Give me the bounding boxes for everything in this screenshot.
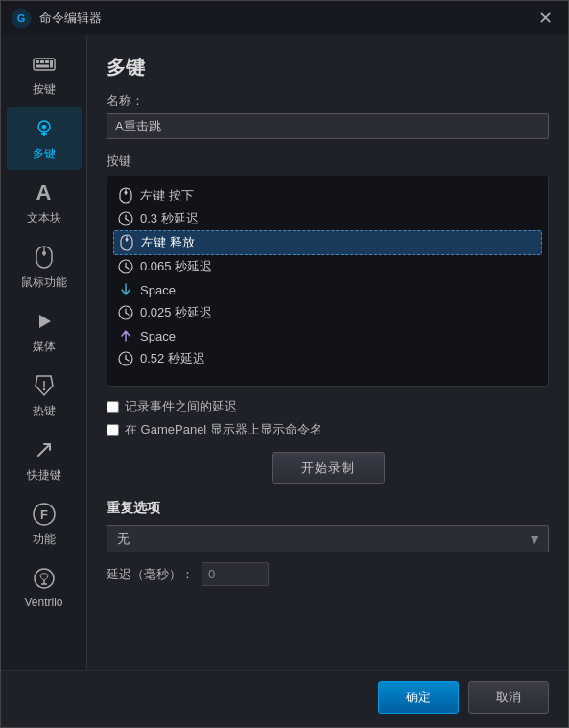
function-icon: F <box>29 501 59 528</box>
svg-point-14 <box>42 251 46 255</box>
svg-rect-4 <box>40 60 44 63</box>
content-area: 按键 多键 A 文本块 鼠标功能 <box>1 35 568 670</box>
panel-title: 多键 <box>107 55 549 81</box>
clock-icon <box>117 350 134 367</box>
keystroke-text: Space <box>140 283 176 297</box>
svg-point-18 <box>42 388 44 390</box>
footer: 确定 取消 <box>1 670 568 727</box>
keystroke-list: 左键 按下 0.3 秒延迟 左键 释放 <box>107 176 549 387</box>
keystroke-text: 0.065 秒延迟 <box>140 258 212 275</box>
keystrokes-label: 按键 <box>107 153 549 170</box>
keystroke-row[interactable]: 0.065 秒延迟 <box>113 255 542 278</box>
svg-line-29 <box>126 219 129 221</box>
delay-checkbox-label: 记录事件之间的延迟 <box>125 398 237 415</box>
sidebar-item-hotkey[interactable]: 热键 <box>7 364 82 427</box>
media-icon <box>29 308 59 335</box>
keystroke-row[interactable]: 0.52 秒延迟 <box>113 347 542 370</box>
svg-text:G: G <box>17 12 26 24</box>
svg-rect-5 <box>45 60 49 63</box>
keystroke-row[interactable]: 0.025 秒延迟 <box>113 301 542 324</box>
clock-icon <box>117 304 134 321</box>
arrow-up-icon <box>117 327 134 344</box>
keystroke-text: 0.3 秒延迟 <box>140 210 199 227</box>
mouse-icon <box>117 187 134 204</box>
sidebar-item-label: 文本块 <box>27 210 61 226</box>
sidebar-item-label: 热键 <box>33 403 56 419</box>
sidebar-item-key[interactable]: 按键 <box>7 43 82 106</box>
svg-text:F: F <box>40 507 48 522</box>
gamepanel-checkbox-label: 在 GamePanel 显示器上显示命令名 <box>125 421 322 438</box>
confirm-button[interactable]: 确定 <box>378 681 459 714</box>
keystroke-text: 0.52 秒延迟 <box>140 350 205 367</box>
sidebar-item-label: 媒体 <box>33 339 56 355</box>
mouse-func-icon <box>29 244 59 270</box>
svg-rect-6 <box>36 65 49 68</box>
key-icon <box>29 51 59 78</box>
sidebar-item-textblock[interactable]: A 文本块 <box>7 172 82 234</box>
sidebar-item-shortcut[interactable]: 快捷键 <box>7 429 82 491</box>
checkbox-row-delay: 记录事件之间的延迟 <box>107 398 549 415</box>
delay-label: 延迟（毫秒）： <box>107 566 194 583</box>
clock-icon <box>117 210 134 227</box>
sidebar-item-label: 多键 <box>33 146 56 162</box>
sidebar-item-function[interactable]: F 功能 <box>7 493 82 555</box>
sidebar-item-label: 鼠标功能 <box>21 274 67 291</box>
repeat-section: 重复选项 无 重复直到释放 重复 N 次 ▼ 延迟（毫秒）： <box>107 500 549 586</box>
cancel-button[interactable]: 取消 <box>468 681 549 714</box>
shortcut-icon <box>29 436 59 463</box>
name-label: 名称： <box>107 92 549 109</box>
keystroke-row[interactable]: 左键 按下 <box>113 184 542 207</box>
keystroke-row[interactable]: Space <box>113 278 542 301</box>
delay-row: 延迟（毫秒）： <box>107 562 549 586</box>
logitech-logo: G <box>11 8 32 29</box>
name-input[interactable] <box>107 113 549 139</box>
mouse-icon <box>118 234 135 251</box>
svg-line-35 <box>126 267 129 269</box>
sidebar-item-label: 按键 <box>33 82 56 98</box>
repeat-title: 重复选项 <box>107 500 549 517</box>
titlebar: G 命令编辑器 ✕ <box>1 1 568 35</box>
gamepanel-checkbox[interactable] <box>107 424 119 436</box>
keystroke-text: 左键 按下 <box>140 187 194 204</box>
arrow-down-icon <box>117 281 134 298</box>
sidebar-item-label: Ventrilo <box>24 596 62 609</box>
clock-icon <box>117 258 134 275</box>
sidebar-item-multikey[interactable]: 多键 <box>7 107 82 170</box>
svg-marker-15 <box>39 315 51 328</box>
svg-rect-7 <box>50 60 53 68</box>
svg-point-32 <box>126 238 129 241</box>
hotkey-icon <box>29 372 59 399</box>
sidebar-item-mouse[interactable]: 鼠标功能 <box>7 236 82 298</box>
svg-rect-3 <box>36 60 39 63</box>
ventrilo-icon <box>29 565 59 592</box>
keystroke-text: Space <box>140 329 176 343</box>
keystroke-row[interactable]: 左键 释放 <box>113 230 542 255</box>
sidebar-item-label: 快捷键 <box>27 467 61 483</box>
keystroke-text: 0.025 秒延迟 <box>140 304 212 321</box>
svg-line-41 <box>126 359 129 361</box>
window-title: 命令编辑器 <box>39 10 533 27</box>
delay-input[interactable] <box>202 562 269 586</box>
textblock-icon: A <box>29 179 59 206</box>
repeat-select[interactable]: 无 重复直到释放 重复 N 次 <box>107 525 549 552</box>
svg-point-21 <box>35 569 54 588</box>
checkbox-row-gamepanel: 在 GamePanel 显示器上显示命令名 <box>107 421 549 438</box>
svg-point-9 <box>42 125 46 129</box>
sidebar: 按键 多键 A 文本块 鼠标功能 <box>1 35 87 670</box>
main-window: G 命令编辑器 ✕ 按键 多键 A 文本块 <box>0 0 569 728</box>
sidebar-item-ventrilo[interactable]: Ventrilo <box>7 557 82 617</box>
sidebar-item-label: 功能 <box>33 531 56 548</box>
delay-checkbox[interactable] <box>107 401 119 413</box>
keystroke-text: 左键 释放 <box>141 234 195 251</box>
repeat-select-wrap: 无 重复直到释放 重复 N 次 ▼ <box>107 525 549 552</box>
keystroke-row[interactable]: 0.3 秒延迟 <box>113 207 542 230</box>
sidebar-item-media[interactable]: 媒体 <box>7 300 82 363</box>
close-button[interactable]: ✕ <box>533 6 558 31</box>
main-panel: 多键 名称： 按键 左键 按下 0.3 秒延迟 <box>87 35 568 670</box>
keystroke-row[interactable]: Space <box>113 324 542 347</box>
record-button[interactable]: 开始录制 <box>272 452 385 484</box>
svg-point-26 <box>125 191 128 194</box>
svg-line-38 <box>126 313 129 315</box>
multikey-icon <box>29 115 59 142</box>
